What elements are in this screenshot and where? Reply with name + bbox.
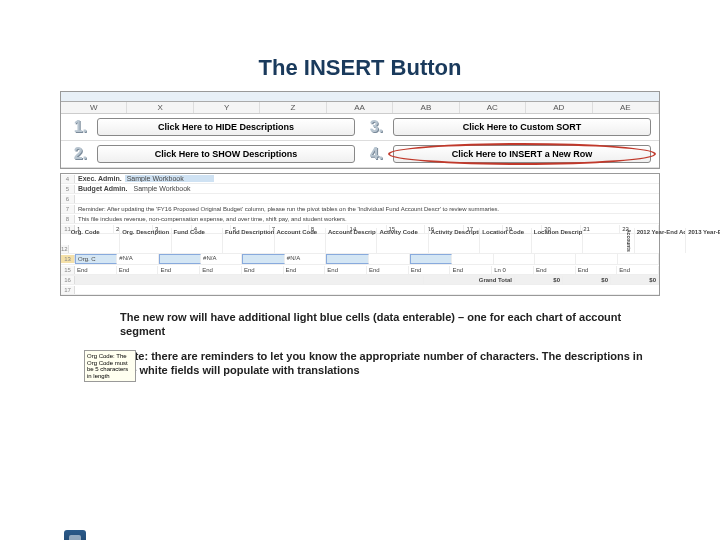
reminder-text: Reminder: After updating the 'FY16 Propo…: [75, 205, 502, 213]
exec-admin-val: Sample Workbook: [125, 175, 214, 182]
num-2: 2.: [69, 145, 87, 163]
custom-sort-button[interactable]: Click Here to Custom SORT: [393, 118, 651, 136]
button-row-1: 1. Click Here to HIDE Descriptions 3. Cl…: [61, 114, 659, 141]
grand-total-cells: Grand Total $0 $0 $0: [75, 276, 659, 284]
row-13-new: 13 Org. C #N/A #N/A #N/A: [61, 254, 659, 265]
includes-text: This file includes revenue, non-compensa…: [75, 215, 350, 223]
row-15-end: 15 EndEndEndEndEndEndEndEndEndEndLn 0End…: [61, 265, 659, 275]
ribbon-stub: [61, 92, 659, 102]
hide-descriptions-button[interactable]: Click Here to HIDE Descriptions: [97, 118, 355, 136]
budget-admin-label: Budget Admin.: [75, 184, 131, 193]
row-7: 7 Reminder: After updating the 'FY16 Pro…: [61, 204, 659, 214]
org-code-tooltip: Org Code: The Org Code must be 5 charact…: [84, 350, 136, 382]
screenshot-sheet: 4 Exec. Admin. Sample Workbook 5 Budget …: [60, 173, 660, 296]
row-4: 4 Exec. Admin. Sample Workbook: [61, 174, 659, 184]
exec-admin-label: Exec. Admin.: [75, 174, 125, 183]
row-5: 5 Budget Admin. Sample Workbook: [61, 184, 659, 194]
body-text-1: The new row will have additional light b…: [120, 310, 650, 339]
col-aa: AA: [327, 102, 393, 113]
body-text-2: Note: there are reminders to let you kno…: [120, 349, 650, 378]
slide: The INSERT Button W X Y Z AA AB AC AD AE…: [0, 55, 720, 540]
insert-row-button[interactable]: Click Here to INSERT a New Row: [393, 145, 651, 163]
col-x: X: [127, 102, 193, 113]
shield-icon: [64, 530, 86, 540]
screenshot-top: W X Y Z AA AB AC AD AE 1. Click Here to …: [60, 91, 660, 169]
logo: Middlebury: [55, 530, 94, 540]
col-ae: AE: [593, 102, 659, 113]
num-4: 4.: [365, 145, 383, 163]
row-12-headers: 12 Org. CodeOrg. DescriptionFund CodeFun…: [61, 234, 659, 254]
col-ab: AB: [393, 102, 459, 113]
num-3: 3.: [365, 118, 383, 136]
button-row-2: 2. Click Here to SHOW Descriptions 4. Cl…: [61, 141, 659, 168]
col-ac: AC: [460, 102, 526, 113]
activity-code-input[interactable]: [326, 254, 368, 264]
col-z: Z: [260, 102, 326, 113]
col-w: W: [61, 102, 127, 113]
account-code-input[interactable]: [242, 254, 284, 264]
column-headers: W X Y Z AA AB AC AD AE: [61, 102, 659, 114]
budget-admin-val: Sample Workbook: [131, 184, 194, 193]
new-row-cells: Org. C #N/A #N/A #N/A: [75, 254, 659, 264]
fund-code-input[interactable]: [159, 254, 201, 264]
row-6: 6: [61, 194, 659, 204]
col-y: Y: [194, 102, 260, 113]
org-code-input[interactable]: Org. C: [75, 254, 117, 264]
row-8: 8 This file includes revenue, non-compen…: [61, 214, 659, 224]
field-header-cells: Org. CodeOrg. DescriptionFund CodeFund D…: [69, 228, 720, 253]
end-row-cells: EndEndEndEndEndEndEndEndEndEndLn 0EndEnd…: [75, 266, 659, 274]
row-17: 17: [61, 285, 659, 295]
col-ad: AD: [526, 102, 592, 113]
location-code-input[interactable]: [410, 254, 452, 264]
row-16-total: 16 Grand Total $0 $0 $0: [61, 275, 659, 285]
num-1: 1.: [69, 118, 87, 136]
show-descriptions-button[interactable]: Click Here to SHOW Descriptions: [97, 145, 355, 163]
slide-title: The INSERT Button: [0, 55, 720, 81]
